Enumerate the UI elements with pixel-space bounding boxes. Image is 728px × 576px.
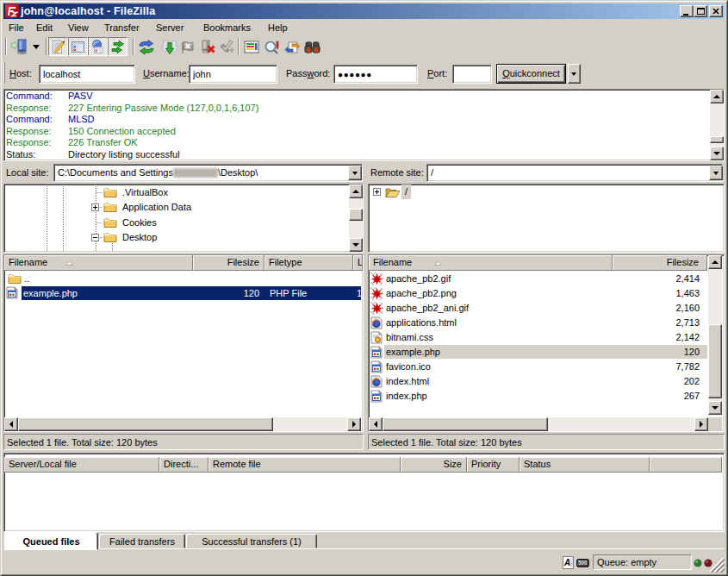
svg-text:A: A: [563, 558, 570, 567]
svg-text:500: 500: [578, 560, 588, 566]
